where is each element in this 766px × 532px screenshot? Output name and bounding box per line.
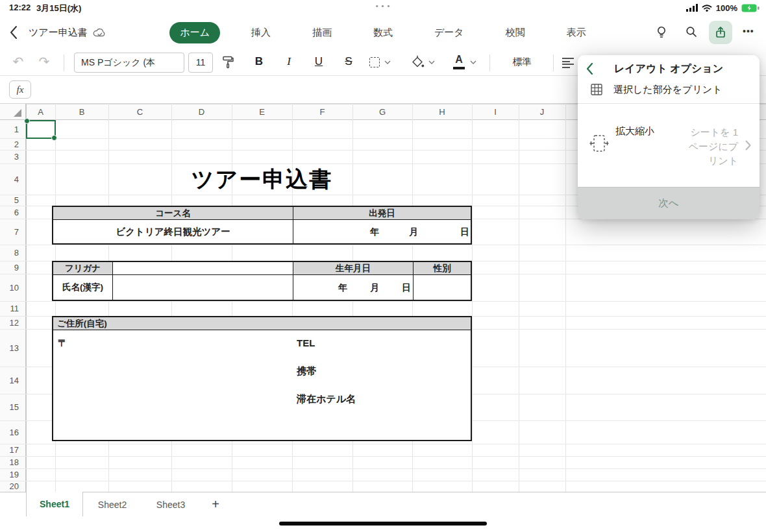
tab-insert[interactable]: 挿入 (241, 22, 281, 43)
fill-color-icon[interactable] (410, 55, 425, 69)
name-table: フリガナ 生年月日 性別 氏名(漢字) 年 月 日 (52, 261, 472, 301)
home-indicator[interactable] (279, 522, 487, 526)
row-header-13[interactable]: 13 (0, 329, 26, 367)
column-header-J[interactable]: J (519, 104, 565, 120)
row-header-6[interactable]: 6 (0, 206, 26, 219)
tab-data[interactable]: データ (424, 22, 475, 43)
borders-icon[interactable] (369, 57, 380, 67)
font-size-dropdown[interactable]: 11 (188, 53, 213, 73)
sheet-tab-sheet2[interactable]: Sheet2 (83, 492, 142, 516)
row-header-5[interactable]: 5 (0, 195, 26, 206)
scale-row[interactable]: 拡大縮小 シートを 1 ページにプ リント (578, 110, 760, 187)
selection-handle-bottom-right[interactable] (51, 135, 57, 141)
number-format-dropdown[interactable]: 標準 (499, 56, 545, 68)
select-all-corner[interactable] (0, 104, 26, 120)
furigana-input-cell[interactable] (113, 262, 293, 275)
font-color-dropdown-chevron-icon[interactable] (470, 60, 476, 64)
furigana-header-cell[interactable]: フリガナ (53, 262, 113, 275)
panel-next-button[interactable]: 次へ (578, 187, 760, 219)
course-month-label[interactable]: 月 (407, 220, 420, 243)
share-button[interactable] (709, 21, 732, 44)
row-header-9[interactable]: 9 (0, 261, 26, 274)
row-header-3[interactable]: 3 (0, 150, 26, 163)
birthdate-header-cell[interactable]: 生年月日 (293, 262, 414, 275)
font-color-bar (453, 67, 465, 69)
name-label-cell[interactable]: 氏名(漢字) (53, 275, 113, 300)
column-header-I[interactable]: I (472, 104, 519, 120)
undo-icon[interactable]: ↶ (9, 54, 27, 69)
scale-label: 拡大縮小 (615, 125, 654, 138)
row-header-2[interactable]: 2 (0, 138, 26, 150)
gender-input-cell[interactable] (414, 275, 471, 300)
name-input-cell[interactable] (113, 275, 293, 300)
alignment-icon[interactable] (562, 58, 574, 68)
row-header-14[interactable]: 14 (0, 367, 26, 394)
sheet-tab-sheet1[interactable]: Sheet1 (26, 492, 83, 516)
row-header-17[interactable]: 17 (0, 444, 26, 456)
row-header-16[interactable]: 16 (0, 420, 26, 444)
bold-button[interactable]: B (251, 55, 267, 68)
sheet-title-cell[interactable]: ツアー申込書 (52, 163, 472, 195)
row-header-10[interactable]: 10 (0, 274, 26, 301)
lightbulb-icon[interactable] (655, 25, 668, 40)
row-header-15[interactable]: 15 (0, 394, 26, 420)
tab-home[interactable]: ホーム (169, 22, 220, 43)
column-header-G[interactable]: G (352, 104, 412, 120)
gridline (0, 468, 766, 469)
column-header-A[interactable]: A (26, 104, 55, 120)
address-header-cell[interactable]: ご住所(自宅) (53, 317, 471, 330)
row-header-12[interactable]: 12 (0, 316, 26, 329)
row-header-11[interactable]: 11 (0, 301, 26, 316)
format-painter-icon[interactable] (221, 55, 235, 69)
course-header-cell[interactable]: コース名 (53, 207, 293, 220)
column-header-C[interactable]: C (108, 104, 171, 120)
tab-view[interactable]: 表示 (556, 22, 597, 43)
selection-handle-top-left[interactable] (24, 118, 30, 124)
font-color-icon[interactable]: A (453, 54, 465, 66)
gridline (565, 104, 566, 492)
status-time: 12:22 (9, 3, 31, 12)
add-sheet-button[interactable]: + (203, 492, 229, 516)
row-header-4[interactable]: 4 (0, 163, 26, 195)
row-header-1[interactable]: 1 (0, 120, 26, 138)
course-year-label[interactable]: 年 (368, 220, 381, 243)
italic-button[interactable]: I (280, 55, 297, 68)
tab-formulas[interactable]: 数式 (363, 22, 403, 43)
row-header-20[interactable]: 20 (0, 481, 26, 492)
departure-header-cell[interactable]: 出発日 (293, 207, 471, 220)
more-ellipsis-icon[interactable]: ••• (743, 26, 754, 36)
next-button-label: 次へ (658, 197, 678, 210)
row-header-19[interactable]: 19 (0, 468, 26, 481)
course-day-label[interactable]: 日 (458, 220, 471, 243)
column-header-D[interactable]: D (171, 104, 232, 120)
birth-day-label: 日 (400, 275, 413, 300)
birthdate-input-cell[interactable]: 年 月 日 (293, 275, 414, 300)
borders-dropdown-chevron-icon[interactable] (384, 60, 391, 64)
column-header-B[interactable]: B (55, 104, 108, 120)
row-header-18[interactable]: 18 (0, 456, 26, 468)
course-name-cell[interactable]: ビクトリア終日観光ツアー (53, 220, 293, 243)
row-header-7[interactable]: 7 (0, 219, 26, 245)
strikethrough-button[interactable]: S (340, 55, 357, 68)
column-header-F[interactable]: F (292, 104, 352, 120)
tab-review[interactable]: 校閲 (495, 22, 536, 43)
sheet-tab-sheet3[interactable]: Sheet3 (142, 492, 200, 516)
column-header-E[interactable]: E (232, 104, 292, 120)
font-name-dropdown[interactable]: MS Pゴシック (本 (74, 53, 184, 73)
redo-icon[interactable]: ↷ (35, 54, 53, 69)
row-header-8[interactable]: 8 (0, 245, 26, 261)
gender-header-cell[interactable]: 性別 (414, 262, 471, 275)
tab-draw[interactable]: 描画 (302, 22, 342, 43)
fill-dropdown-chevron-icon[interactable] (428, 60, 435, 64)
underline-button[interactable]: U (310, 55, 327, 68)
panel-divider (578, 103, 760, 104)
hotel-label[interactable]: 滞在ホテル名 (297, 393, 356, 405)
mobile-label[interactable]: 携帯 (297, 365, 316, 378)
column-header-H[interactable]: H (412, 104, 472, 120)
tel-label[interactable]: TEL (297, 337, 315, 348)
postal-mark-label[interactable]: 〒 (58, 337, 68, 350)
panel-title: レイアウト オプション (578, 55, 760, 82)
course-table: コース名 出発日 ビクトリア終日観光ツアー 年 月 日 (52, 206, 472, 245)
sheet-tab-label: Sheet2 (98, 500, 127, 510)
search-icon[interactable] (685, 25, 698, 38)
